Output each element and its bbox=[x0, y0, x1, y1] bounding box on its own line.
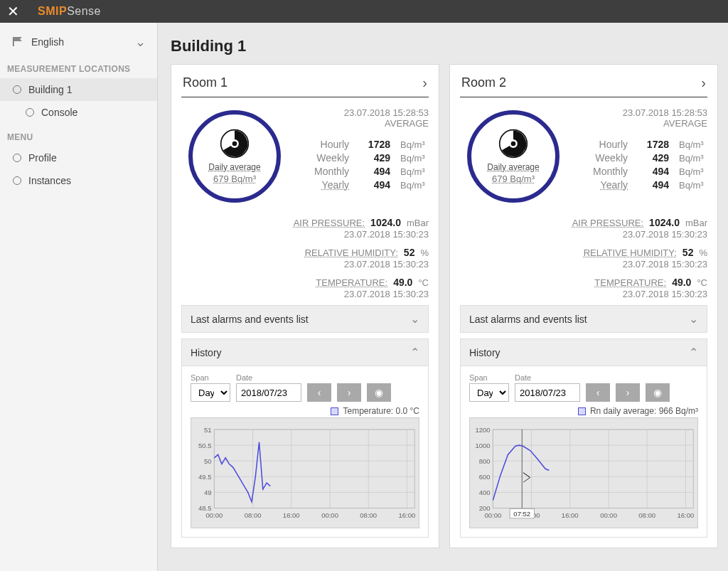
radio-icon bbox=[26, 108, 34, 117]
rate-value: 494 bbox=[638, 179, 669, 191]
accordion-history[interactable]: History ⌃ bbox=[181, 338, 429, 366]
rate-unit: Bq/m³ bbox=[400, 180, 429, 191]
date-input[interactable] bbox=[515, 383, 580, 402]
accordion-alarms[interactable]: Last alarms and events list ⌄ bbox=[181, 305, 429, 333]
chevron-right-icon[interactable]: › bbox=[701, 75, 706, 91]
span-select[interactable]: Day bbox=[191, 383, 230, 402]
sidebar-item-profile[interactable]: Profile bbox=[0, 146, 157, 169]
svg-text:49.5: 49.5 bbox=[198, 473, 212, 481]
chevron-right-icon[interactable]: › bbox=[422, 75, 427, 91]
legend-text: Temperature: 0.0 °C bbox=[343, 406, 419, 416]
history-chart[interactable]: 2004006008001000120000:0008:0016:0000:00… bbox=[469, 417, 698, 528]
measure-unit: °C bbox=[418, 277, 429, 288]
accordion-label: Last alarms and events list bbox=[469, 314, 587, 325]
rate-label: Monthly bbox=[308, 166, 349, 177]
section-locations: MEASUREMENT LOCATIONS bbox=[0, 60, 157, 78]
sidebar-item-console[interactable]: Console bbox=[0, 101, 157, 124]
card-header[interactable]: Room 2 › bbox=[460, 72, 707, 97]
accordion-history[interactable]: History ⌃ bbox=[460, 338, 707, 366]
measure-label: AIR PRESSURE: bbox=[294, 218, 365, 228]
gauge-label: Daily average bbox=[487, 162, 539, 172]
record-button[interactable]: ◉ bbox=[646, 383, 670, 402]
svg-text:16:00: 16:00 bbox=[283, 511, 300, 519]
measure-value: 49.0 bbox=[393, 277, 412, 288]
measure-timestamp: 23.07.2018 15:30:23 bbox=[623, 259, 707, 270]
measure-temp: TEMPERATURE: 49.0 °C 23.07.2018 15:30:23 bbox=[181, 277, 429, 299]
span-select[interactable]: Day bbox=[469, 383, 509, 402]
svg-text:08:00: 08:00 bbox=[245, 511, 262, 519]
rate-unit: Bq/m³ bbox=[679, 180, 707, 191]
rate-unit: Bq/m³ bbox=[400, 139, 429, 150]
close-icon[interactable]: ✕ bbox=[7, 4, 19, 18]
chart-legend: Temperature: 0.0 °C bbox=[191, 406, 419, 416]
measure-timestamp: 23.07.2018 15:30:23 bbox=[344, 289, 429, 299]
accordion-alarms[interactable]: Last alarms and events list ⌄ bbox=[460, 305, 707, 333]
sidebar-item-label: Instances bbox=[28, 175, 71, 186]
radio-icon bbox=[13, 85, 21, 94]
sidebar-item-instances[interactable]: Instances bbox=[0, 169, 157, 192]
svg-text:08:00: 08:00 bbox=[360, 511, 377, 519]
svg-text:400: 400 bbox=[479, 489, 491, 496]
svg-text:51: 51 bbox=[204, 426, 212, 434]
gauge-label: Daily average bbox=[208, 162, 260, 172]
prev-button[interactable]: ‹ bbox=[307, 383, 331, 402]
accordion-label: History bbox=[191, 347, 222, 358]
card-header[interactable]: Room 1 › bbox=[181, 72, 429, 97]
language-label: English bbox=[31, 36, 64, 48]
svg-text:800: 800 bbox=[479, 457, 491, 465]
timestamp: 23.07.2018 15:28:53 bbox=[295, 107, 429, 118]
next-button[interactable]: › bbox=[337, 383, 361, 402]
logo-part-2: Sense bbox=[67, 5, 101, 17]
prev-button[interactable]: ‹ bbox=[586, 383, 610, 402]
main-content: Building 1 Room 1 › Daily average 679 Bq… bbox=[158, 23, 728, 571]
history-chart[interactable]: 48.54949.55050.55100:0008:0016:0000:0008… bbox=[191, 417, 419, 528]
rate-label: Monthly bbox=[587, 166, 628, 177]
svg-text:00:00: 00:00 bbox=[205, 511, 223, 519]
rate-row-hourly: Hourly 1728 Bq/m³ bbox=[574, 139, 707, 150]
record-button[interactable]: ◉ bbox=[367, 383, 391, 402]
room-title: Room 2 bbox=[461, 75, 506, 90]
measure-timestamp: 23.07.2018 15:30:23 bbox=[623, 229, 707, 240]
app-logo: SMIPSense bbox=[38, 5, 101, 18]
sidebar: English ⌄ MEASUREMENT LOCATIONS Building… bbox=[0, 23, 158, 571]
measure-label: AIR PRESSURE: bbox=[572, 218, 643, 228]
measure-value: 52 bbox=[682, 247, 694, 258]
svg-text:50.5: 50.5 bbox=[198, 442, 212, 449]
svg-text:49: 49 bbox=[204, 489, 212, 496]
measure-timestamp: 23.07.2018 15:30:23 bbox=[344, 229, 429, 240]
rate-value: 429 bbox=[359, 152, 390, 164]
svg-text:00:00: 00:00 bbox=[484, 511, 501, 519]
rate-value: 494 bbox=[638, 166, 669, 177]
measure-label: RELATIVE HUMIDITY: bbox=[305, 247, 398, 258]
measure-value: 52 bbox=[404, 247, 415, 258]
svg-text:07:52: 07:52 bbox=[513, 510, 530, 518]
rate-label: Hourly bbox=[587, 139, 628, 150]
sidebar-item-label: Console bbox=[41, 107, 77, 118]
svg-text:16:00: 16:00 bbox=[562, 511, 579, 519]
radiation-icon bbox=[498, 129, 528, 161]
rate-row-yearly: Yearly 494 Bq/m³ bbox=[295, 179, 429, 191]
room-card: Room 2 › Daily average 679 Bq/m³ 23.07.2… bbox=[449, 64, 718, 548]
page-title: Building 1 bbox=[171, 37, 718, 55]
language-selector[interactable]: English ⌄ bbox=[0, 27, 157, 60]
measure-timestamp: 23.07.2018 15:30:23 bbox=[623, 289, 707, 299]
sidebar-item-building-1[interactable]: Building 1 bbox=[0, 78, 157, 101]
svg-text:00:00: 00:00 bbox=[600, 511, 617, 519]
next-button[interactable]: › bbox=[616, 383, 640, 402]
legend-swatch-icon bbox=[331, 407, 338, 415]
rate-row-yearly: Yearly 494 Bq/m³ bbox=[574, 179, 707, 191]
chevron-down-icon: ⌄ bbox=[410, 312, 419, 326]
radio-icon bbox=[13, 154, 21, 162]
measure-humidity: RELATIVE HUMIDITY: 52 % 23.07.2018 15:30… bbox=[181, 247, 429, 270]
rate-unit: Bq/m³ bbox=[400, 153, 429, 164]
measure-unit: % bbox=[699, 247, 707, 258]
svg-text:08:00: 08:00 bbox=[638, 511, 655, 519]
accordion-label: History bbox=[469, 347, 500, 358]
accordion-label: Last alarms and events list bbox=[191, 314, 309, 325]
chevron-up-icon: ⌃ bbox=[689, 346, 698, 359]
date-input[interactable] bbox=[236, 383, 301, 402]
rate-label: Hourly bbox=[308, 139, 349, 150]
measure-label: RELATIVE HUMIDITY: bbox=[584, 247, 677, 258]
chevron-up-icon: ⌃ bbox=[410, 346, 419, 359]
date-label: Date bbox=[515, 373, 580, 382]
